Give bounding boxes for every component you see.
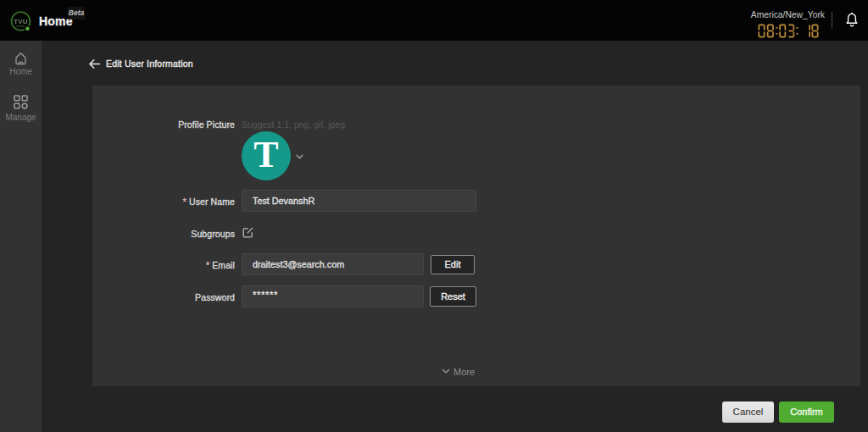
svg-text:networks: networks <box>16 25 25 28</box>
svg-text:TVU: TVU <box>14 18 28 25</box>
